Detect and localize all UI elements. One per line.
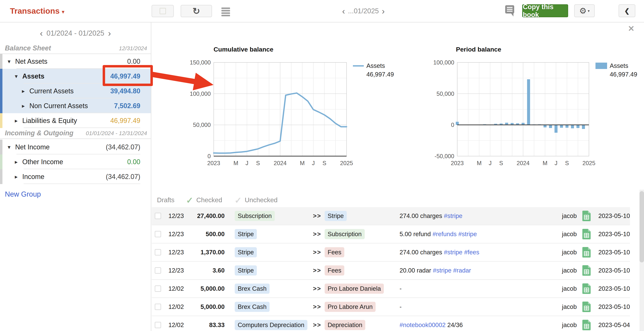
filter-drafts[interactable]: Drafts bbox=[157, 196, 174, 204]
account-row[interactable]: ▸Income(34,462.07) bbox=[0, 169, 151, 184]
account-color-strip bbox=[0, 69, 2, 84]
destination-account-badge[interactable]: Fees bbox=[324, 247, 344, 257]
chart-legend[interactable]: Assets 46,997.49 bbox=[353, 62, 394, 78]
origin-account-badge[interactable]: Computers Depreciation bbox=[235, 320, 308, 330]
row-checkbox[interactable] bbox=[155, 304, 161, 310]
filter-unchecked[interactable]: Unchecked bbox=[245, 196, 278, 204]
row-checkbox[interactable] bbox=[155, 231, 161, 237]
tag-link[interactable]: #stripe bbox=[444, 249, 462, 256]
destination-account-badge[interactable]: Fees bbox=[324, 265, 344, 275]
origin-account-badge[interactable]: Brex Cash bbox=[235, 283, 270, 294]
transaction-amount: 27,400.00 bbox=[189, 212, 224, 219]
period-label: 01/2024 - 01/2025 bbox=[46, 29, 104, 37]
origin-account-badge[interactable]: Stripe bbox=[235, 247, 257, 257]
row-checkbox[interactable] bbox=[155, 322, 161, 328]
refresh-button[interactable]: ↻ bbox=[180, 5, 212, 17]
open-in-spreadsheet-button[interactable] bbox=[582, 320, 590, 330]
account-color-strip bbox=[0, 154, 2, 169]
transaction-amount: 5,000.00 bbox=[189, 285, 224, 292]
prev-period-button[interactable]: ‹ bbox=[342, 6, 345, 16]
scrollbar-thumb[interactable] bbox=[640, 191, 644, 262]
prev-period-button[interactable]: ‹ bbox=[40, 28, 43, 38]
tag-link[interactable]: #stripe bbox=[444, 212, 462, 219]
destination-account-badge[interactable]: Pro Labore Arun bbox=[324, 302, 376, 312]
expand-toggle-icon[interactable]: ▸ bbox=[15, 173, 22, 180]
checked-check-icon[interactable]: ✓ bbox=[186, 195, 193, 205]
expand-toggle-icon[interactable]: ▸ bbox=[15, 117, 22, 124]
row-checkbox[interactable] bbox=[155, 267, 161, 274]
origin-account-badge[interactable]: Stripe bbox=[235, 229, 257, 239]
spreadsheet-file-icon bbox=[582, 301, 590, 312]
tag-link[interactable]: #stripe bbox=[458, 230, 477, 237]
transaction-amount: 500.00 bbox=[189, 230, 224, 238]
new-group-link[interactable]: New Group bbox=[5, 190, 41, 198]
chart-legend[interactable]: Assets 46,997.49 bbox=[596, 62, 637, 78]
spreadsheet-file-icon bbox=[582, 229, 590, 239]
destination-account-badge[interactable]: Depreciation bbox=[324, 320, 365, 330]
collapse-toggle-icon[interactable]: ▾ bbox=[8, 58, 15, 65]
transaction-row[interactable]: 12/025,000.00Brex Cash>>Pro Labore Danie… bbox=[152, 280, 630, 298]
destination-account-badge[interactable]: Pro Labore Daniela bbox=[324, 283, 384, 294]
transaction-row[interactable]: 12/0283.33Computers Depreciation>>Deprec… bbox=[152, 316, 630, 331]
account-row[interactable]: ▸Other Income0.00 bbox=[0, 154, 151, 169]
open-in-spreadsheet-button[interactable] bbox=[582, 283, 590, 294]
next-period-button[interactable]: › bbox=[108, 28, 111, 38]
transactions-table: 12/2327,400.00Subscription>>Stripe274.00… bbox=[152, 207, 630, 331]
tag-link[interactable]: #fees bbox=[464, 249, 479, 256]
transaction-row[interactable]: 12/025,000.00Brex Cash>>Pro Labore Arun-… bbox=[152, 298, 630, 316]
collapse-toggle-icon[interactable]: ▾ bbox=[8, 144, 15, 150]
origin-account-cell: Stripe bbox=[235, 229, 310, 239]
collapse-panel-button[interactable]: ❮ bbox=[618, 4, 636, 17]
page-title-menu[interactable]: Transactions ▾ bbox=[10, 0, 64, 22]
origin-account-badge[interactable]: Subscription bbox=[235, 211, 275, 221]
collapse-toggle-icon[interactable]: ▾ bbox=[15, 73, 22, 80]
chart-title: Cumulative balance bbox=[214, 46, 273, 53]
account-row[interactable]: ▾Net Income(34,462.07) bbox=[0, 140, 151, 154]
copy-book-button[interactable]: Copy this book bbox=[522, 4, 568, 17]
scrollbar[interactable] bbox=[640, 190, 644, 331]
y-axis-tick-label: 150,000 bbox=[190, 59, 211, 66]
destination-account-badge[interactable]: Stripe bbox=[324, 211, 347, 221]
x-axis-tick-label: M bbox=[477, 160, 482, 166]
transaction-row[interactable]: 12/231,370.00Stripe>>Fees274.00 charges … bbox=[152, 243, 630, 262]
row-checkbox[interactable] bbox=[155, 285, 161, 292]
origin-account-badge[interactable]: Stripe bbox=[235, 265, 257, 275]
open-in-spreadsheet-button[interactable] bbox=[582, 265, 590, 276]
next-period-button[interactable]: › bbox=[382, 6, 384, 16]
tag-link[interactable]: #stripe bbox=[433, 267, 452, 274]
transaction-edited-date: 2023-05-10 bbox=[594, 212, 630, 219]
open-in-spreadsheet-button[interactable] bbox=[582, 247, 590, 257]
transaction-row[interactable]: 12/2327,400.00Subscription>>Stripe274.00… bbox=[152, 207, 630, 225]
row-checkbox[interactable] bbox=[155, 249, 161, 255]
list-menu-icon[interactable] bbox=[222, 8, 230, 16]
unchecked-check-icon[interactable]: ✓ bbox=[234, 195, 242, 205]
select-all-button[interactable] bbox=[152, 5, 174, 17]
tag-link[interactable]: #notebook00002 bbox=[400, 321, 446, 328]
origin-account-cell: Stripe bbox=[235, 265, 310, 275]
row-checkbox[interactable] bbox=[155, 213, 161, 219]
chevron-left-icon: ❮ bbox=[624, 7, 630, 15]
filter-checked[interactable]: Checked bbox=[196, 196, 222, 204]
comments-button[interactable] bbox=[505, 5, 515, 18]
origin-account-badge[interactable]: Brex Cash bbox=[235, 302, 270, 312]
x-axis-tick-label: S bbox=[322, 160, 326, 166]
account-balance: 46,997.49 bbox=[110, 117, 151, 125]
expand-toggle-icon[interactable]: ▸ bbox=[22, 103, 30, 109]
account-label: Other Income bbox=[22, 158, 63, 166]
transaction-date: 12/02 bbox=[168, 285, 189, 292]
tag-link[interactable]: #refunds bbox=[432, 230, 456, 237]
settings-button[interactable]: ⚙ ▾ bbox=[574, 4, 595, 17]
open-in-spreadsheet-button[interactable] bbox=[582, 301, 590, 312]
tag-link[interactable]: #radar bbox=[453, 267, 471, 274]
account-row[interactable]: ▸Liabilities & Equity46,997.49 bbox=[0, 113, 151, 128]
close-charts-button[interactable]: ✕ bbox=[628, 24, 634, 33]
expand-toggle-icon[interactable]: ▸ bbox=[22, 88, 30, 94]
expand-toggle-icon[interactable]: ▸ bbox=[15, 159, 22, 165]
transaction-row[interactable]: 12/23500.00Stripe>>Subscription5.00 refu… bbox=[152, 225, 630, 243]
chevron-down-icon: ▾ bbox=[62, 7, 64, 15]
open-in-spreadsheet-button[interactable] bbox=[582, 211, 590, 221]
account-row[interactable]: ▸Non Current Assets7,502.69 bbox=[0, 98, 151, 113]
destination-account-badge[interactable]: Subscription bbox=[324, 229, 365, 239]
transaction-row[interactable]: 12/233.60Stripe>>Fees20.00 radar #stripe… bbox=[152, 262, 630, 280]
open-in-spreadsheet-button[interactable] bbox=[582, 229, 590, 239]
